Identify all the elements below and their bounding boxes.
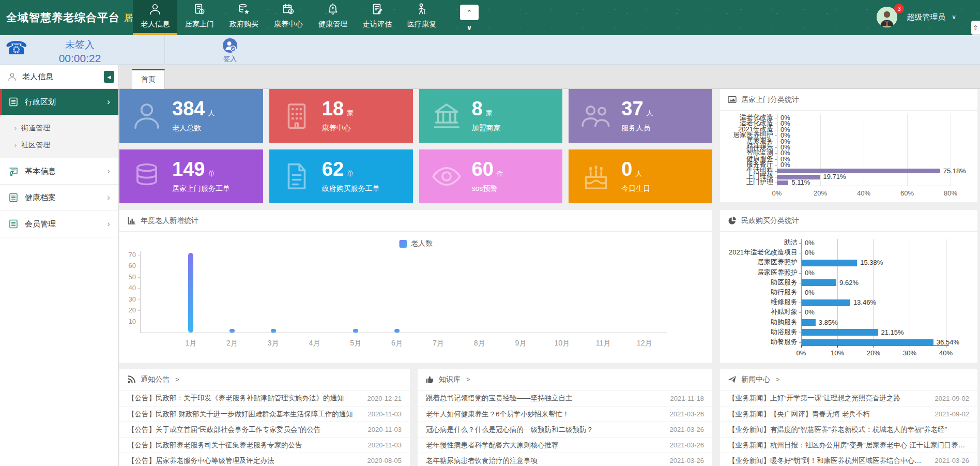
list-item-title[interactable]: 跟着总书记领悟党的宝贵经验——坚持独立自主 (426, 394, 663, 403)
list-item-title[interactable]: 【公告】居家养老服务中心等级管理及评定办法 (128, 456, 360, 465)
category-label: 居家医养照护 (720, 269, 798, 276)
tick (138, 322, 140, 322)
bar (229, 329, 235, 333)
stat-card-5[interactable]: 149单居家上门服务工单 (119, 149, 263, 203)
nav-item-4[interactable]: 康养中心 (266, 0, 311, 35)
knowledge-item[interactable]: 老年慢性病患者科学配餐六大原则核心推荐2021-03-26 (418, 437, 712, 453)
panel-title: 民政购买分类统计 (741, 216, 799, 226)
panel-home-visit-stats: 居家上门分类统计 适老化改造0%适老化改造0%2021年改造0%居家医养照护0%… (720, 89, 977, 202)
stat-card-value: 8 (472, 99, 483, 118)
sidebar-item-3[interactable]: 健康档案› (0, 185, 118, 211)
nav-item-3[interactable]: 政府购买 (222, 0, 266, 35)
list-item-title[interactable]: 老年人如何健康养生？6个易学小妙招来帮忙！ (426, 410, 663, 419)
nav-item-2[interactable]: 居家上门 (177, 0, 222, 35)
nav-item-label: 走访评估 (363, 20, 392, 29)
sidebar-subitem[interactable]: ›街道管理 (0, 119, 118, 137)
news-item[interactable]: 【业务新闻】暖冬好“钥”到！和康医养杭州区域医养结合中心开展“暖冬行动”2021… (720, 453, 977, 466)
list-item-title[interactable]: 老年慢性病患者科学配餐六大原则核心推荐 (426, 441, 663, 450)
tab-home[interactable]: 首页 (132, 69, 165, 89)
list-item-title[interactable]: 【业务新闻】有温度的“智慧医养”养老新模式：杭城老人的幸福“养老经” (728, 425, 969, 434)
stat-card-2[interactable]: 18家康养中心 (269, 89, 413, 143)
list-item-title[interactable]: 【业务新闻】暖冬好“钥”到！和康医养杭州区域医养结合中心开展“暖冬行动” (728, 456, 928, 465)
list-item-title[interactable]: 冠心病是什么？什么是冠心病的一级预防和二级预防？ (426, 425, 663, 434)
nav-item-label: 医疗康复 (407, 20, 436, 29)
call-status: 未签入 00:00:22 (32, 38, 128, 65)
nav-item-5[interactable]: 健康管理 (311, 0, 355, 35)
list-item-title[interactable]: 老年糖尿病患者饮食治疗的注意事项 (426, 456, 663, 465)
knowledge-more-link[interactable]: > (466, 375, 470, 383)
knowledge-item[interactable]: 老年人如何健康养生？6个易学小妙招来帮忙！2021-03-26 (418, 406, 712, 422)
person-cane-icon (415, 3, 428, 16)
value-label: 21.15% (881, 328, 904, 336)
list-item-title[interactable]: 【公告】关于成立首届“民政部社会事务工作专家委员会”的公告 (128, 425, 360, 434)
panel-title: 通知公告 (141, 375, 170, 384)
news-item[interactable]: 【业务新闻】【央广网评】青春无悔 老兵不朽2021-09-02 (720, 406, 977, 422)
sidebar-subitem[interactable]: ›社区管理 (0, 137, 118, 154)
edge-panel-handle[interactable]: ⇧ (971, 21, 980, 35)
area-chart-icon (728, 95, 737, 104)
tick (138, 266, 140, 266)
news-more-link[interactable]: > (776, 375, 780, 383)
notification-badge[interactable]: 3 (894, 4, 904, 13)
tick (799, 333, 801, 333)
stat-card-3[interactable]: 8家加盟商家 (419, 89, 563, 143)
x-tick-label: 60% (900, 189, 914, 197)
phone-icon[interactable]: ☎ (5, 39, 28, 57)
news-item[interactable]: 【业务新闻】上好“开学第一课”让理想之光照亮奋进之路2021-09-02 (720, 390, 977, 406)
sidebar-collapse-button[interactable]: ◀ (104, 71, 114, 83)
stat-card-1[interactable]: 384人老人总数 (119, 89, 263, 143)
stat-card-value: 149 (172, 159, 205, 179)
knowledge-item[interactable]: 冠心病是什么？什么是冠心病的一级预防和二级预防？2021-03-26 (418, 422, 712, 437)
tick (775, 177, 777, 177)
tick (775, 159, 777, 160)
bar-chart-icon (127, 216, 136, 225)
sidebar-title: 老人信息 (22, 72, 53, 82)
bell-plus-icon (326, 3, 340, 16)
certificate-icon (8, 166, 19, 176)
sidebar-item-4[interactable]: 会员管理› (0, 211, 118, 237)
list-item-title[interactable]: 【业务新闻】【央广网评】青春无悔 老兵不朽 (728, 410, 928, 419)
nav-item-7[interactable]: 医疗康复 (400, 0, 444, 35)
knowledge-item[interactable]: 跟着总书记领悟党的宝贵经验——坚持独立自主2021-11-18 (418, 390, 712, 406)
knowledge-item[interactable]: 老年糖尿病患者饮食治疗的注意事项2021-03-26 (418, 453, 712, 466)
list-item-title[interactable]: 【业务新闻】杭州日报：社区办公用房“变身”居家养老中心 江干让家门口养老托起晚年… (728, 441, 969, 450)
sidebar-item-2[interactable]: 基本信息› (0, 158, 118, 185)
x-tick-label: 7月 (433, 339, 444, 348)
notice-item[interactable]: 【公告】民政部：关于印发《养老服务补贴津贴管理实施办法》的通知2020-12-2… (119, 390, 410, 406)
stat-card-value: 384 (172, 99, 205, 118)
nav-item-6[interactable]: 走访评估 (355, 0, 400, 35)
y-tick-label: 50 (120, 273, 136, 281)
stat-card-8[interactable]: 0人今日生日 (569, 149, 712, 203)
list-item-title[interactable]: 【业务新闻】上好“开学第一课”让理想之光照亮奋进之路 (728, 394, 928, 403)
nav-item-1[interactable]: 老人信息 (133, 0, 177, 35)
news-item[interactable]: 【业务新闻】有温度的“智慧医养”养老新模式：杭城老人的幸福“养老经” (720, 422, 977, 437)
news-item[interactable]: 【业务新闻】杭州日报：社区办公用房“变身”居家养老中心 江干让家门口养老托起晚年… (720, 437, 977, 453)
notice-item[interactable]: 【公告】居家养老服务中心等级管理及评定办法2020-08-05 (119, 453, 410, 466)
notice-item[interactable]: 【公告】民政部养老服务司关于征集养老服务专家的公告2020-11-03 (119, 437, 410, 453)
nav-more-toggle[interactable]: ⌃ ∨ (455, 5, 484, 32)
list-item-date: 2021-03-26 (670, 410, 705, 418)
x-tick-label: 30% (903, 349, 916, 357)
list-item-title[interactable]: 【公告】民政部 财政部关于进一步做好困难群众基本生活保障工作的通知 (128, 410, 360, 419)
notice-item[interactable]: 【公告】关于成立首届“民政部社会事务工作专家委员会”的公告2020-11-03 (119, 422, 410, 437)
signin-button[interactable]: 签入 (216, 38, 244, 64)
notices-more-link[interactable]: > (175, 375, 179, 383)
nav-item-label: 健康管理 (318, 20, 347, 29)
list-item-date: 2020-12-21 (368, 395, 402, 402)
list-item-title[interactable]: 【公告】民政部：关于印发《养老服务补贴津贴管理实施办法》的通知 (128, 394, 360, 403)
stat-card-7[interactable]: 60件sos预警 (419, 149, 563, 203)
tick (775, 124, 777, 124)
tick (799, 323, 801, 323)
sidebar-item-1[interactable]: 行政区划› (0, 89, 118, 115)
bar (777, 169, 940, 173)
chart-legend[interactable]: 老人数 (399, 239, 433, 248)
bank-icon (431, 100, 463, 132)
bar (802, 339, 933, 346)
stat-card-6[interactable]: 62单政府购买服务工单 (269, 149, 413, 203)
user-menu[interactable]: 3 超级管理员 ∨ (877, 7, 956, 27)
notice-item[interactable]: 【公告】民政部 财政部关于进一步做好困难群众基本生活保障工作的通知2020-11… (119, 406, 410, 422)
doc-pencil-icon (371, 3, 384, 16)
panel-civil-purchase-stats: 民政购买分类统计 助洁0%2021年适老化改造项目0%居家医养照护15.38%居… (720, 210, 977, 363)
list-item-title[interactable]: 【公告】民政部养老服务司关于征集养老服务专家的公告 (128, 441, 360, 450)
stat-card-4[interactable]: 37人服务人员 (569, 89, 712, 143)
